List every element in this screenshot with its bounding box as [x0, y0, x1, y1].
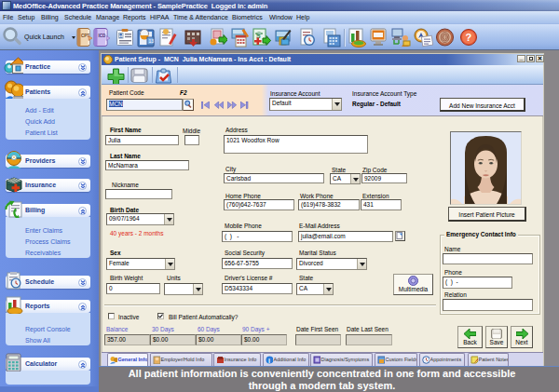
svg-text:i: i: [268, 358, 270, 364]
svg-text:?: ?: [466, 32, 472, 43]
svg-text:13: 13: [149, 38, 155, 44]
svg-text:ICD: ICD: [99, 34, 107, 38]
